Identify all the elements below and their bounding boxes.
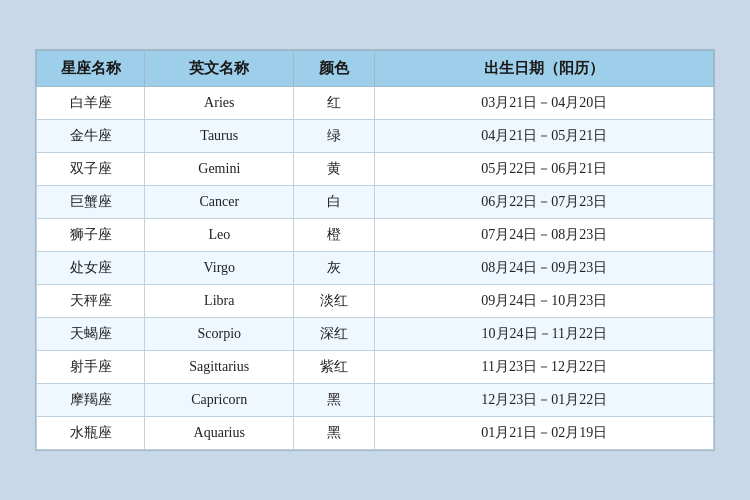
cell-english: Virgo [145, 252, 294, 285]
cell-color: 黑 [294, 384, 375, 417]
cell-chinese: 水瓶座 [37, 417, 145, 450]
header-english: 英文名称 [145, 51, 294, 87]
table-row: 天蝎座Scorpio深红10月24日－11月22日 [37, 318, 714, 351]
table-row: 巨蟹座Cancer白06月22日－07月23日 [37, 186, 714, 219]
cell-date: 08月24日－09月23日 [375, 252, 714, 285]
cell-chinese: 射手座 [37, 351, 145, 384]
cell-date: 07月24日－08月23日 [375, 219, 714, 252]
table-header-row: 星座名称 英文名称 颜色 出生日期（阳历） [37, 51, 714, 87]
cell-color: 黄 [294, 153, 375, 186]
cell-date: 03月21日－04月20日 [375, 87, 714, 120]
cell-english: Aries [145, 87, 294, 120]
table-row: 处女座Virgo灰08月24日－09月23日 [37, 252, 714, 285]
cell-chinese: 狮子座 [37, 219, 145, 252]
cell-color: 淡红 [294, 285, 375, 318]
cell-english: Libra [145, 285, 294, 318]
cell-english: Leo [145, 219, 294, 252]
cell-chinese: 白羊座 [37, 87, 145, 120]
table-row: 狮子座Leo橙07月24日－08月23日 [37, 219, 714, 252]
cell-english: Capricorn [145, 384, 294, 417]
cell-english: Aquarius [145, 417, 294, 450]
header-color: 颜色 [294, 51, 375, 87]
table-row: 双子座Gemini黄05月22日－06月21日 [37, 153, 714, 186]
cell-color: 橙 [294, 219, 375, 252]
cell-date: 05月22日－06月21日 [375, 153, 714, 186]
cell-date: 11月23日－12月22日 [375, 351, 714, 384]
table-row: 水瓶座Aquarius黑01月21日－02月19日 [37, 417, 714, 450]
cell-chinese: 双子座 [37, 153, 145, 186]
cell-date: 10月24日－11月22日 [375, 318, 714, 351]
cell-date: 04月21日－05月21日 [375, 120, 714, 153]
table-row: 白羊座Aries红03月21日－04月20日 [37, 87, 714, 120]
table-row: 射手座Sagittarius紫红11月23日－12月22日 [37, 351, 714, 384]
cell-color: 红 [294, 87, 375, 120]
cell-english: Scorpio [145, 318, 294, 351]
cell-color: 绿 [294, 120, 375, 153]
header-chinese: 星座名称 [37, 51, 145, 87]
table-row: 金牛座Taurus绿04月21日－05月21日 [37, 120, 714, 153]
zodiac-table: 星座名称 英文名称 颜色 出生日期（阳历） 白羊座Aries红03月21日－04… [36, 50, 714, 450]
cell-chinese: 处女座 [37, 252, 145, 285]
cell-chinese: 天秤座 [37, 285, 145, 318]
cell-english: Cancer [145, 186, 294, 219]
cell-date: 06月22日－07月23日 [375, 186, 714, 219]
header-date: 出生日期（阳历） [375, 51, 714, 87]
cell-chinese: 巨蟹座 [37, 186, 145, 219]
cell-color: 白 [294, 186, 375, 219]
cell-english: Taurus [145, 120, 294, 153]
zodiac-table-container: 星座名称 英文名称 颜色 出生日期（阳历） 白羊座Aries红03月21日－04… [35, 49, 715, 451]
cell-color: 紫红 [294, 351, 375, 384]
cell-english: Gemini [145, 153, 294, 186]
cell-date: 12月23日－01月22日 [375, 384, 714, 417]
cell-date: 01月21日－02月19日 [375, 417, 714, 450]
cell-chinese: 金牛座 [37, 120, 145, 153]
cell-chinese: 摩羯座 [37, 384, 145, 417]
cell-color: 深红 [294, 318, 375, 351]
cell-date: 09月24日－10月23日 [375, 285, 714, 318]
cell-english: Sagittarius [145, 351, 294, 384]
cell-color: 灰 [294, 252, 375, 285]
cell-color: 黑 [294, 417, 375, 450]
table-row: 天秤座Libra淡红09月24日－10月23日 [37, 285, 714, 318]
cell-chinese: 天蝎座 [37, 318, 145, 351]
table-row: 摩羯座Capricorn黑12月23日－01月22日 [37, 384, 714, 417]
